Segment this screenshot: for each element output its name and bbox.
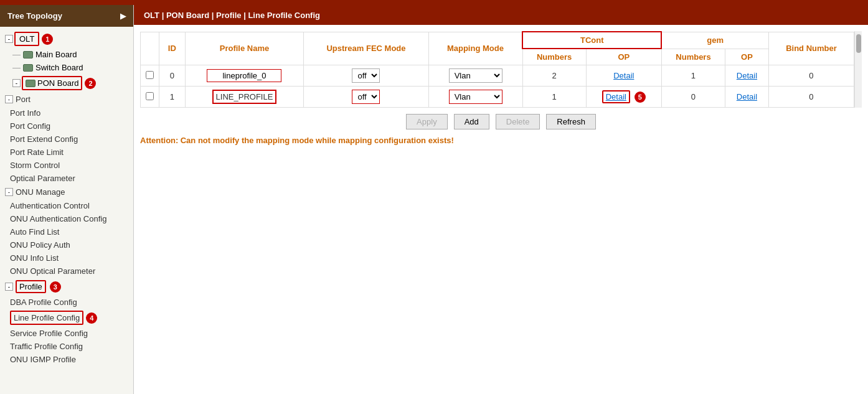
onu-manage-toggle: - xyxy=(5,188,13,196)
sidebar-item-storm-control[interactable]: Storm Control xyxy=(0,159,133,172)
onu-auth-config-label: ONU Authentication Config xyxy=(10,214,106,223)
row0-checkbox[interactable] xyxy=(146,71,154,79)
sidebar-item-traffic-profile-config[interactable]: Traffic Profile Config xyxy=(0,340,133,353)
row1-upstream-fec-select[interactable]: off on xyxy=(352,90,380,104)
header-checkbox xyxy=(141,32,159,65)
sidebar-tree: - OLT 1 — Main Board — Switch Board - xyxy=(0,27,133,394)
row0-upstream-fec-select[interactable]: off on xyxy=(352,68,380,83)
storm-control-label: Storm Control xyxy=(10,161,60,170)
sidebar-item-olt[interactable]: - OLT 1 xyxy=(0,30,133,48)
sidebar-item-port-extend-config[interactable]: Port Extend Config xyxy=(0,133,133,146)
apply-button[interactable]: Apply xyxy=(406,114,448,129)
sidebar-item-onu-auth-config[interactable]: ONU Authentication Config xyxy=(0,212,133,225)
attention-message: Can not modify the mapping mode while ma… xyxy=(181,136,454,145)
onu-policy-auth-label: ONU Policy Auth xyxy=(10,240,70,250)
row0-gem-detail-link[interactable]: Detail xyxy=(737,71,757,80)
main-board-label: Main Board xyxy=(35,50,77,59)
row1-gem-numbers: 0 xyxy=(661,87,725,108)
port-toggle: - xyxy=(5,95,13,103)
header-gem-op: OP xyxy=(725,49,768,65)
sidebar-item-pon-board[interactable]: - PON Board 2 xyxy=(0,74,133,92)
traffic-profile-config-label: Traffic Profile Config xyxy=(10,342,83,351)
row1-checkbox[interactable] xyxy=(146,92,154,100)
sidebar-header[interactable]: Tree Topology ▶ xyxy=(0,5,133,27)
switch-board-icon xyxy=(23,64,33,72)
row0-mapping-mode-select[interactable]: Vlan Gem Port xyxy=(449,68,502,83)
pon-board-label: PON Board xyxy=(37,78,78,88)
sidebar-item-onu-manage[interactable]: - ONU Manage xyxy=(0,185,133,199)
row0-gem-numbers: 1 xyxy=(661,65,725,87)
olt-badge: 1 xyxy=(42,34,53,45)
switch-board-label: Switch Board xyxy=(35,63,83,72)
auto-find-list-label: Auto Find List xyxy=(10,227,60,237)
row1-mapping-mode-select[interactable]: Vlan Gem Port xyxy=(449,90,502,104)
add-button[interactable]: Add xyxy=(454,114,489,129)
optical-parameter-label: Optical Parameter xyxy=(10,174,75,183)
port-extend-config-label: Port Extend Config xyxy=(10,134,78,144)
row1-gem-detail-link[interactable]: Detail xyxy=(737,92,757,101)
sidebar-item-port[interactable]: - Port xyxy=(0,92,133,106)
detail-badge-5: 5 xyxy=(634,91,646,103)
sidebar-item-dba-profile-config[interactable]: DBA Profile Config xyxy=(0,296,133,309)
sidebar-item-profile[interactable]: - Profile 3 xyxy=(0,278,133,296)
sidebar-item-onu-info-list[interactable]: ONU Info List xyxy=(0,251,133,265)
sidebar-item-main-board[interactable]: — Main Board xyxy=(0,48,133,61)
sidebar-item-port-rate-limit[interactable]: Port Rate Limit xyxy=(0,146,133,159)
header-id: ID xyxy=(159,32,186,65)
scroll-thumb[interactable] xyxy=(856,34,861,53)
sidebar-item-line-profile-config[interactable]: Line Profile Config 4 xyxy=(0,309,133,327)
sidebar-item-auto-find-list[interactable]: Auto Find List xyxy=(0,225,133,238)
header-profile-name: Profile Name xyxy=(185,32,304,65)
attention-area: Attention: Can not modify the mapping mo… xyxy=(140,136,862,145)
sidebar-item-onu-optical-parameter[interactable]: ONU Optical Parameter xyxy=(0,265,133,278)
sidebar-item-port-info[interactable]: Port Info xyxy=(0,106,133,120)
header-gem-numbers: Numbers xyxy=(661,49,725,65)
button-row: Apply Add Delete Refresh xyxy=(140,114,862,129)
pon-board-wrapper: PON Board xyxy=(22,76,82,90)
sidebar-title: Tree Topology xyxy=(7,11,62,21)
row1-bind-number: 0 xyxy=(768,87,854,108)
content-area: OLT | PON Board | Profile | Line Profile… xyxy=(134,5,868,394)
header-tcont-numbers: Numbers xyxy=(522,49,586,65)
header-tcont-op: OP xyxy=(586,49,661,65)
content-header: OLT | PON Board | Profile | Line Profile… xyxy=(134,5,868,25)
row1-tcont-numbers: 1 xyxy=(522,87,586,108)
row0-tcont-detail-link[interactable]: Detail xyxy=(613,71,634,80)
profile-badge: 3 xyxy=(50,281,61,293)
dba-profile-config-label: DBA Profile Config xyxy=(10,298,77,307)
top-bar xyxy=(0,0,868,5)
sidebar-item-onu-igmp-profile[interactable]: ONU IGMP Profile xyxy=(0,353,133,366)
row1-tcont-detail-link[interactable]: Detail xyxy=(602,90,630,103)
profile-toggle: - xyxy=(5,283,13,291)
header-mapping-mode: Mapping Mode xyxy=(428,32,522,65)
onu-igmp-profile-label: ONU IGMP Profile xyxy=(10,355,76,364)
content-body: ID Profile Name Upstream FEC Mode Mappin… xyxy=(134,25,868,394)
collapse-icon[interactable]: ▶ xyxy=(120,12,126,21)
sidebar-item-service-profile-config[interactable]: Service Profile Config xyxy=(0,327,133,340)
sidebar-item-onu-policy-auth[interactable]: ONU Policy Auth xyxy=(0,238,133,251)
main-board-icon xyxy=(23,51,33,59)
delete-button[interactable]: Delete xyxy=(496,114,540,129)
sidebar-item-port-config[interactable]: Port Config xyxy=(0,120,133,133)
sidebar-item-optical-parameter[interactable]: Optical Parameter xyxy=(0,172,133,185)
sidebar-item-auth-control[interactable]: Authentication Control xyxy=(0,199,133,212)
refresh-button[interactable]: Refresh xyxy=(546,114,596,129)
row0-tcont-numbers: 2 xyxy=(522,65,586,87)
onu-manage-label: ONU Manage xyxy=(16,187,65,197)
attention-label: Attention: xyxy=(140,136,178,145)
row1-tcont-detail-wrapper: Detail 5 xyxy=(602,90,646,103)
row0-profile-name-input[interactable] xyxy=(207,69,281,82)
port-rate-limit-label: Port Rate Limit xyxy=(10,148,64,157)
line-profile-badge: 4 xyxy=(86,312,97,324)
onu-info-list-label: ONU Info List xyxy=(10,253,59,263)
port-config-label: Port Config xyxy=(10,121,50,131)
table-wrapper: ID Profile Name Upstream FEC Mode Mappin… xyxy=(140,31,862,108)
pon-board-badge: 2 xyxy=(85,78,96,89)
sidebar-item-switch-board[interactable]: — Switch Board xyxy=(0,61,133,74)
line-profile-table: ID Profile Name Upstream FEC Mode Mappin… xyxy=(140,31,854,108)
header-upstream-fec-mode: Upstream FEC Mode xyxy=(304,32,428,65)
olt-label: OLT xyxy=(14,32,39,46)
row0-id: 0 xyxy=(159,65,186,87)
pon-board-icon xyxy=(26,80,35,87)
row1-id: 1 xyxy=(159,87,186,108)
